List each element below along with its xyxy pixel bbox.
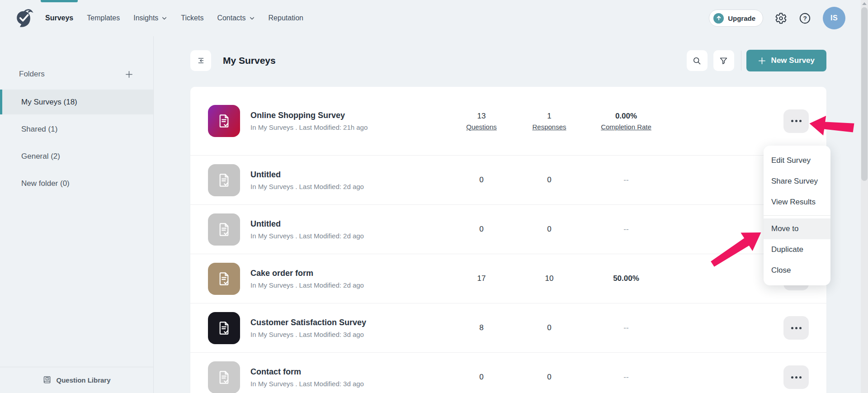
app-logo[interactable] — [14, 0, 34, 36]
nav-item-surveys[interactable]: Surveys — [45, 0, 73, 36]
document-check-icon — [216, 271, 232, 287]
survey-row[interactable]: Untitled In My Surveys . Last Modified: … — [190, 155, 826, 204]
questions-count: 13 — [448, 112, 515, 121]
folder-item-label: My Surveys (18) — [21, 98, 77, 107]
nav-item-insights[interactable]: Insights — [133, 0, 167, 36]
menu-item-edit-survey[interactable]: Edit Survey — [764, 150, 830, 171]
search-button[interactable] — [687, 50, 708, 71]
nav-item-reputation[interactable]: Reputation — [269, 0, 303, 36]
completion-rate-value: -- — [583, 175, 669, 185]
book-icon: ? — [42, 375, 52, 385]
upgrade-arrow-icon — [713, 13, 724, 24]
responses-count: 0 — [515, 373, 583, 382]
upgrade-button[interactable]: Upgrade — [709, 9, 763, 27]
gear-icon — [775, 12, 787, 24]
menu-item-label: Edit Survey — [771, 156, 811, 165]
scrollbar-thumb[interactable] — [861, 7, 868, 181]
search-icon — [692, 56, 702, 66]
app-window: Surveys Templates Insights Tickets Conta… — [0, 0, 868, 393]
new-survey-button[interactable]: New Survey — [746, 50, 826, 71]
row-menu-button[interactable] — [783, 109, 809, 133]
completion-rate-value: -- — [583, 373, 669, 382]
menu-divider — [764, 215, 830, 216]
folders-title: Folders — [19, 70, 45, 79]
plus-icon — [125, 70, 133, 79]
responses-link[interactable]: Responses — [515, 123, 583, 131]
settings-button[interactable] — [775, 12, 787, 24]
svg-text:?: ? — [803, 15, 807, 22]
sidebar-item-new-folder-0[interactable]: New folder (0) — [0, 171, 153, 196]
page-title: My Surveys — [223, 55, 276, 66]
survey-list: Online Shopping Survey In My Surveys . L… — [190, 87, 826, 393]
sidebar-item-general-2[interactable]: General (2) — [0, 144, 153, 169]
question-library-button[interactable]: ? Question Library — [0, 367, 153, 393]
main-content: My Surveys — [154, 36, 861, 393]
document-check-icon — [216, 113, 232, 129]
topbar-right: Upgrade ? IS — [709, 0, 845, 36]
survey-meta: In My Surveys . Last Modified: 3d ago — [250, 380, 448, 388]
row-menu-button[interactable] — [783, 316, 809, 340]
completion-rate-value: 0.00% — [583, 112, 669, 121]
questions-count: 17 — [448, 274, 515, 283]
survey-icon — [208, 105, 240, 137]
responses-count: 0 — [515, 175, 583, 185]
add-folder-button[interactable] — [125, 70, 133, 79]
chevron-down-icon — [161, 15, 167, 21]
document-check-icon — [216, 369, 232, 385]
folder-item-label: Shared (1) — [21, 125, 57, 134]
upgrade-label: Upgrade — [728, 14, 755, 22]
header-actions: New Survey — [681, 50, 826, 71]
survey-icon — [208, 164, 240, 196]
survey-title: Online Shopping Survey — [250, 111, 448, 120]
survey-row[interactable]: Customer Satisfaction Survey In My Surve… — [190, 303, 826, 352]
avatar-initials: IS — [830, 14, 838, 22]
sidebar-item-my-surveys-18[interactable]: My Surveys (18) — [0, 90, 153, 114]
plus-icon — [758, 57, 766, 65]
menu-item-view-results[interactable]: View Results — [764, 192, 830, 213]
questions-link[interactable]: Questions — [448, 123, 515, 131]
vertical-scrollbar[interactable] — [861, 0, 868, 393]
survey-meta: In My Surveys . Last Modified: 2d ago — [250, 281, 448, 289]
sidebar-item-shared-1[interactable]: Shared (1) — [0, 117, 153, 142]
nav-item-contacts[interactable]: Contacts — [217, 0, 255, 36]
survey-meta: In My Surveys . Last Modified: 3d ago — [250, 331, 448, 338]
menu-item-close[interactable]: Close — [764, 260, 830, 281]
nav-item-label: Insights — [133, 14, 158, 22]
menu-item-share-survey[interactable]: Share Survey — [764, 171, 830, 192]
top-nav: Surveys Templates Insights Tickets Conta… — [45, 0, 303, 36]
header-divider — [741, 51, 741, 71]
responses-count: 10 — [515, 274, 583, 283]
survey-row[interactable]: Online Shopping Survey In My Surveys . L… — [190, 87, 826, 155]
collapse-icon — [196, 56, 206, 66]
survey-icon — [208, 213, 240, 246]
nav-item-label: Surveys — [45, 14, 73, 22]
nav-item-label: Templates — [87, 14, 120, 22]
nav-item-templates[interactable]: Templates — [87, 0, 120, 36]
row-menu-button[interactable] — [783, 365, 809, 389]
survey-row[interactable]: Contact form In My Surveys . Last Modifi… — [190, 352, 826, 393]
nav-item-label: Tickets — [181, 14, 203, 22]
context-menu: Edit Survey Share Survey View Results Mo… — [764, 146, 830, 285]
sidebar-toggle-button[interactable] — [190, 50, 211, 71]
menu-item-label: Duplicate — [771, 245, 803, 254]
document-check-icon — [216, 320, 232, 336]
responses-count: 0 — [515, 323, 583, 332]
nav-item-tickets[interactable]: Tickets — [181, 0, 203, 36]
filter-button[interactable] — [713, 50, 734, 71]
questions-count: 0 — [448, 225, 515, 234]
survey-row[interactable]: Cake order form In My Surveys . Last Mod… — [190, 254, 826, 303]
avatar[interactable]: IS — [823, 7, 845, 29]
completion-rate-value: 50.00% — [583, 274, 669, 283]
folder-list: My Surveys (18) Shared (1) General (2) N… — [0, 90, 153, 196]
menu-item-move-to[interactable]: Move to — [764, 218, 830, 239]
help-button[interactable]: ? — [799, 12, 811, 24]
survey-row[interactable]: Untitled In My Surveys . Last Modified: … — [190, 204, 826, 254]
scrollbar-up-arrow[interactable] — [862, 2, 867, 5]
survey-title: Cake order form — [250, 269, 448, 278]
menu-item-duplicate[interactable]: Duplicate — [764, 239, 830, 260]
responses-count: 0 — [515, 225, 583, 234]
completion-rate-link[interactable]: Completion Rate — [583, 123, 669, 131]
document-check-icon — [216, 172, 232, 188]
filter-icon — [719, 56, 728, 66]
survey-title: Untitled — [250, 219, 448, 229]
